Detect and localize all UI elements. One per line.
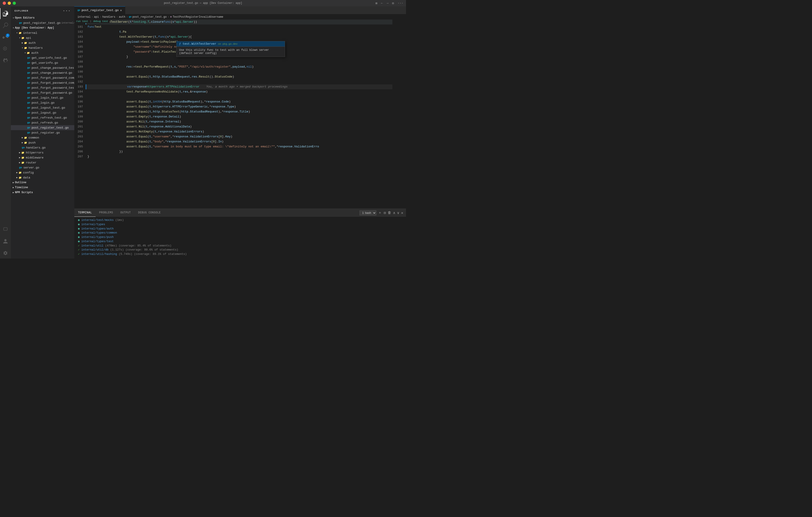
folder-auth-api[interactable]: ▶ 📁 auth [11, 40, 74, 45]
file-label: server.go [23, 166, 39, 169]
activity-run[interactable] [0, 44, 11, 54]
file-post-login-test[interactable]: go post_login_test.go [11, 95, 74, 100]
code-line: test.WithTestServer(t, func(s *api.Serve… [86, 34, 393, 39]
breadcrumb: internal › api › handlers › auth › go po… [74, 14, 406, 20]
run-buttons-bar: run test | debug test [74, 20, 110, 23]
autocomplete-source: on pkg.go.dev [218, 43, 237, 45]
editor-area: run test | debug test 180181182183184 18… [74, 20, 406, 258]
code-line: }) [86, 149, 393, 154]
folder-config[interactable]: ▶ 📁 config [11, 170, 74, 175]
file-post-logout[interactable]: go post_logout.go [11, 110, 74, 115]
forward-icon[interactable]: → [386, 1, 388, 5]
folder-internal[interactable]: ▾ 📁 internal [11, 30, 74, 35]
activity-source-control[interactable]: 1 [0, 32, 11, 43]
maximize-button[interactable] [13, 2, 16, 5]
open-editors-header[interactable]: ▾ Open Editors [11, 16, 74, 20]
folder-handlers[interactable]: ▾ 📁 handlers [11, 45, 74, 50]
breadcrumb-auth[interactable]: auth [119, 16, 125, 19]
panel-tab-output[interactable]: OUTPUT [117, 209, 134, 217]
file-post-logout-test[interactable]: go post_logout_test.go [11, 105, 74, 110]
file-post-forgot-password-complete-test[interactable]: go post_forgot_password_complete_test.go [11, 75, 74, 80]
file-post-change-password[interactable]: go post_change_password.go [11, 70, 74, 75]
terminal-line: ◉ internal/test/mocks (1ms) [78, 218, 402, 222]
file-label: get_userinfo_test.go [31, 56, 67, 60]
window-title: post_register_test.go — app [Dev Contain… [164, 2, 242, 5]
back-icon[interactable]: ← [381, 1, 383, 5]
sidebar-more-icon[interactable]: ··· [63, 9, 71, 13]
minimize-button[interactable] [8, 2, 11, 5]
file-post-register[interactable]: go post_register.go [11, 130, 74, 135]
file-post-forgot-password-complete[interactable]: go post_forgot_password_complete.go [11, 80, 74, 85]
run-test-button[interactable]: run test [76, 20, 88, 23]
npm-scripts-header[interactable]: ▶ NPM Scripts [11, 190, 74, 195]
breadcrumb-function[interactable]: TestPostRegisterInvalidUsername [173, 16, 223, 19]
activity-settings[interactable] [0, 248, 11, 258]
app-section-header[interactable]: ▾ App [Dev Container: App] [11, 25, 74, 30]
folder-icon: 📁 [19, 171, 22, 174]
folder-label: handlers [29, 46, 42, 50]
file-post-register-test[interactable]: go post_register_test.go [11, 125, 74, 130]
open-editors-chevron: ▾ [13, 17, 14, 19]
activity-account[interactable] [0, 236, 11, 247]
router-chevron: ▶ [19, 161, 20, 164]
file-post-refresh[interactable]: go post_refresh.go [11, 120, 74, 125]
layout-icon[interactable]: ⊞ [375, 1, 377, 5]
panel-tab-debug-console[interactable]: DEBUG CONSOLE [134, 209, 164, 217]
delete-terminal-icon[interactable]: 🗑 [388, 211, 391, 215]
outline-header[interactable]: ▶ Outline [11, 180, 74, 185]
close-button[interactable] [3, 2, 6, 5]
code-line: assert.Equal(t, "body", *response.Valida… [86, 139, 393, 144]
breadcrumb-file[interactable]: post_register_test.go [132, 16, 167, 19]
code-line: assert.Equal(t, httperrors.HTTPErrorType… [86, 104, 393, 109]
maximize-panel-icon[interactable]: ∧ [393, 211, 395, 215]
file-post-change-password-test[interactable]: go post_change_password_test.go [11, 65, 74, 70]
folder-common[interactable]: ▶ 📁 common [11, 135, 74, 140]
folder-httperrors[interactable]: ▶ 📁 httperrors [11, 150, 74, 155]
activity-files[interactable] [0, 8, 11, 19]
split-terminal-icon[interactable]: ⊟ [383, 211, 386, 215]
shell-selector[interactable]: 1: bash [359, 211, 376, 215]
debug-test-button[interactable]: debug test [93, 20, 108, 23]
close-panel-icon[interactable]: ✕ [401, 211, 403, 215]
folder-auth-handlers[interactable]: ▾ 📁 auth [11, 50, 74, 55]
timeline-chevron: ▶ [13, 186, 14, 189]
new-terminal-icon[interactable]: ＋ [378, 211, 382, 215]
breadcrumb-api[interactable]: api [94, 16, 99, 19]
more-icon[interactable]: ··· [398, 1, 403, 5]
folder-api[interactable]: ▾ 📁 api [11, 35, 74, 40]
tab-close-icon[interactable]: ✕ [120, 8, 122, 12]
file-post-forgot-password[interactable]: go post_forgot_password.go [11, 90, 74, 95]
autocomplete-item[interactable]: ƒ test.WithTestServer on pkg.go.dev [176, 41, 285, 47]
sidebar-content[interactable]: ▾ Open Editors go post_register_test.go … [11, 16, 74, 258]
folder-push[interactable]: ▶ 📁 push [11, 140, 74, 145]
folder-data[interactable]: ▶ 📁 data [11, 175, 74, 180]
file-label: post_refresh_test.go [31, 116, 67, 119]
file-post-refresh-test[interactable]: go post_refresh_test.go [11, 115, 74, 120]
code-line: func Test [86, 25, 393, 29]
code-line: assert.NotEmpty(t, response.ValidationEr… [86, 129, 393, 134]
panel-tab-problems[interactable]: PROBLEMS [96, 209, 117, 217]
terminal-content[interactable]: ◉ internal/test/mocks (1ms) ◉ internal/t… [74, 217, 406, 258]
timeline-header[interactable]: ▶ Timeline [11, 185, 74, 190]
activity-search[interactable] [0, 20, 11, 31]
breadcrumb-handlers[interactable]: handlers [103, 16, 116, 19]
file-post-login[interactable]: go post_login.go [11, 100, 74, 105]
file-label: get_userinfo.go [31, 61, 58, 65]
split-icon[interactable]: ⊟ [392, 1, 394, 5]
file-handlers-go[interactable]: go handlers.go [11, 145, 74, 150]
file-get-userinfo[interactable]: go get_userinfo.go [11, 60, 74, 65]
file-get-userinfo-test[interactable]: go get_userinfo_test.go [11, 55, 74, 60]
folder-middleware[interactable]: ▶ 📁 middleware [11, 155, 74, 160]
open-file-post-register-test[interactable]: go post_register_test.go internal/api/ha… [11, 20, 74, 25]
minimize-panel-icon[interactable]: ∨ [397, 211, 400, 215]
terminal-line: ✓ internal/util/db (1.127s) (coverage: 8… [78, 248, 402, 252]
file-server-go[interactable]: go server.go [11, 165, 74, 170]
open-file-path: internal/api/handlers/... [61, 22, 74, 24]
tab-post-register-test[interactable]: go post_register_test.go ✕ [74, 6, 125, 14]
activity-extensions[interactable] [0, 55, 11, 66]
folder-router[interactable]: ▶ 📁 router [11, 160, 74, 165]
file-post-forgot-password-test[interactable]: go post_forgot_password_test.go [11, 85, 74, 90]
panel-tab-terminal[interactable]: TERMINAL [74, 209, 96, 217]
activity-remote[interactable] [0, 224, 11, 235]
breadcrumb-internal[interactable]: internal [78, 16, 91, 19]
